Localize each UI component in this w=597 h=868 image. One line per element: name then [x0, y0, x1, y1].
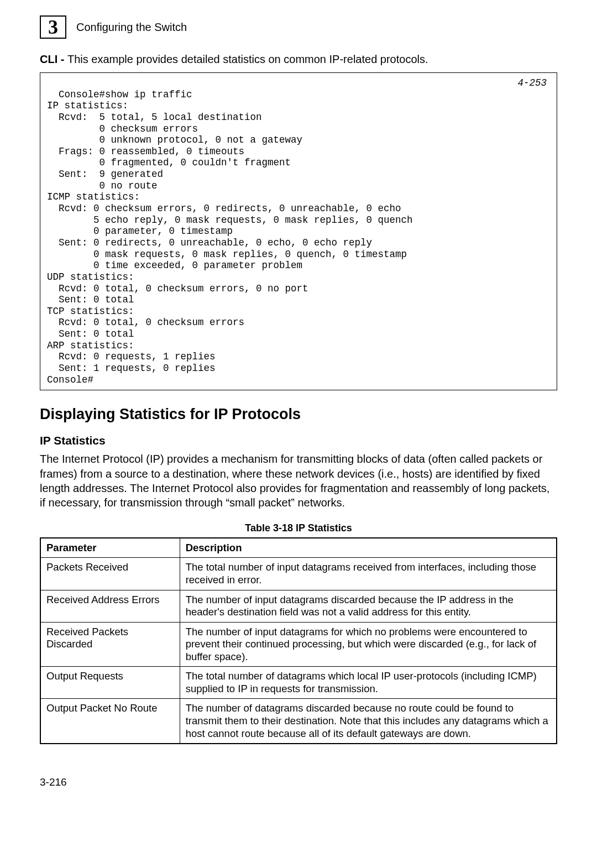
cell-description: The number of input datagrams discarded …	[180, 590, 557, 622]
cell-parameter: Received Address Errors	[40, 590, 180, 622]
cell-description: The total number of input datagrams rece…	[180, 558, 557, 590]
cell-parameter: Output Packet No Route	[40, 699, 180, 744]
intro-paragraph: CLI - This example provides detailed sta…	[40, 52, 557, 67]
chapter-number: 3	[48, 17, 58, 37]
section-paragraph: The Internet Protocol (IP) provides a me…	[40, 452, 557, 510]
col-header-parameter: Parameter	[40, 538, 180, 558]
cli-label: CLI -	[40, 53, 67, 65]
cell-description: The number of input datagrams for which …	[180, 622, 557, 667]
cell-parameter: Output Requests	[40, 667, 180, 699]
intro-text: This example provides detailed statistic…	[67, 53, 428, 65]
table-row: Output Packet No Route The number of dat…	[40, 699, 557, 744]
ip-statistics-table: Parameter Description Packets Received T…	[40, 537, 557, 744]
page-header: 3 Configuring the Switch	[40, 15, 557, 39]
table-row: Received Address Errors The number of in…	[40, 590, 557, 622]
table-header-row: Parameter Description	[40, 538, 557, 558]
cli-output-block: 4-253Console#show ip traffic IP statisti…	[40, 72, 557, 390]
section-heading: Displaying Statistics for IP Protocols	[40, 406, 557, 423]
col-header-description: Description	[180, 538, 557, 558]
cell-parameter: Packets Received	[40, 558, 180, 590]
cell-description: The number of datagrams discarded becaus…	[180, 699, 557, 744]
table-caption: Table 3-18 IP Statistics	[40, 522, 557, 534]
chapter-title: Configuring the Switch	[76, 21, 187, 34]
chapter-badge: 3	[40, 15, 66, 39]
table-row: Received Packets Discarded The number of…	[40, 622, 557, 667]
page-number: 3-216	[40, 776, 557, 788]
cli-body: Console#show ip traffic IP statistics: R…	[47, 89, 413, 385]
table-row: Packets Received The total number of inp…	[40, 558, 557, 590]
cell-description: The total number of datagrams which loca…	[180, 667, 557, 699]
section-subheading: IP Statistics	[40, 434, 557, 447]
cell-parameter: Received Packets Discarded	[40, 622, 180, 667]
table-row: Output Requests The total number of data…	[40, 667, 557, 699]
cli-cross-ref: 4-253	[517, 77, 547, 89]
